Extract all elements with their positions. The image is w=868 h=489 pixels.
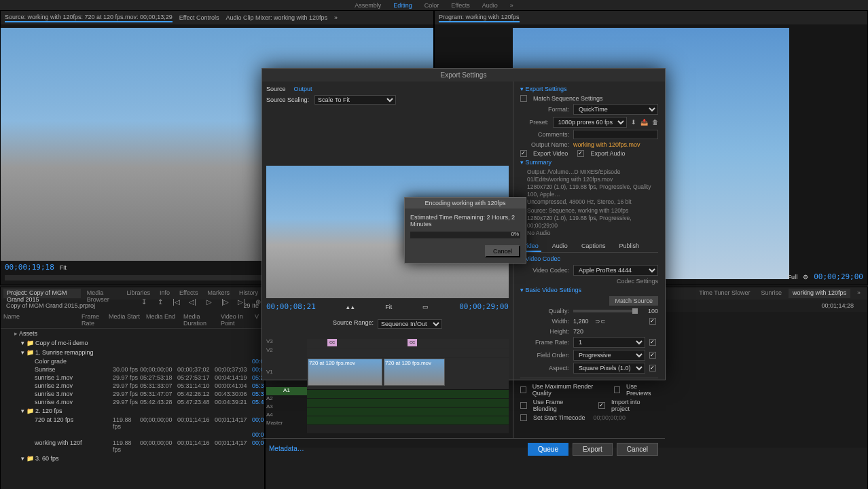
fieldorder-dropdown[interactable]: Progressive: [573, 350, 645, 361]
starttc-checkbox[interactable]: [520, 414, 527, 421]
source-in-timecode[interactable]: 00;00;19;18: [5, 263, 54, 272]
tab-working120[interactable]: working with 120fps: [789, 289, 850, 298]
program-tab[interactable]: Program: working with 120fps: [439, 14, 520, 22]
aspect-icon[interactable]: ▭: [422, 304, 429, 310]
preview-out-tc: 00;00;29;00: [459, 302, 509, 311]
queue-button[interactable]: Queue: [528, 443, 568, 456]
a2-track[interactable]: [307, 399, 509, 407]
project-tree[interactable]: AssetsCopy of mc-ii demo1. Sunrise remap…: [1, 329, 264, 489]
clip-row[interactable]: 00:00:00:0000: [1, 431, 264, 439]
fo-match-checkbox[interactable]: [649, 352, 656, 359]
mark-in-icon[interactable]: ↧: [139, 297, 149, 306]
ws-overflow-icon[interactable]: »: [510, 2, 513, 9]
audio-mixer-tab[interactable]: Audio Clip Mixer: working with 120fps: [226, 14, 328, 21]
tab-sunrise[interactable]: Sunrise: [757, 289, 786, 298]
maxquality-checkbox[interactable]: [520, 386, 526, 393]
tab-output[interactable]: Output: [294, 86, 312, 92]
clip-row[interactable]: Color grade00:00:00:0000: [1, 357, 264, 365]
clip-row[interactable]: working with 120f119.88 fps00;00;00;0000…: [1, 439, 264, 454]
clip-row[interactable]: Sunrise30.00 fps00;00;00;0000;00;37;0200…: [1, 365, 264, 374]
tab-captions[interactable]: Captions: [579, 241, 609, 252]
step-back-icon[interactable]: ◁|: [188, 297, 198, 306]
format-dropdown[interactable]: QuickTime: [573, 104, 658, 115]
preview-fit-dropdown[interactable]: Fit: [385, 304, 392, 310]
output-name-link[interactable]: working with 120fps.mov: [573, 141, 640, 148]
cc-clip[interactable]: cc: [327, 339, 337, 346]
program-fit-dropdown[interactable]: Full: [788, 274, 798, 280]
settings-icon[interactable]: ⚙: [803, 274, 808, 280]
video-codec-dropdown[interactable]: Apple ProRes 4444: [573, 265, 658, 276]
clip-row[interactable]: sunrise 4.mov29.97 fps05:42:43:2805:47:2…: [1, 398, 264, 406]
tab-audio[interactable]: Audio: [549, 241, 571, 252]
step-fwd-icon[interactable]: |▷: [221, 297, 230, 306]
tab-project[interactable]: Project: Copy of MGM Grand 2015: [3, 289, 81, 298]
blend-checkbox[interactable]: [520, 402, 527, 409]
cancel-button[interactable]: Cancel: [617, 443, 658, 456]
tab-source[interactable]: Source: [266, 86, 286, 92]
v1-clip-2[interactable]: 720 at 120 fps.mov: [384, 359, 445, 386]
summary-section[interactable]: Summary: [520, 159, 551, 166]
source-fit-dropdown[interactable]: Fit: [60, 264, 67, 271]
effect-controls-tab[interactable]: Effect Controls: [179, 14, 219, 21]
ws-audio[interactable]: Audio: [482, 2, 498, 9]
ws-color[interactable]: Color: [424, 2, 439, 9]
height-value[interactable]: 720: [573, 328, 583, 335]
delete-preset-icon[interactable]: 🗑: [652, 117, 658, 127]
source-tab[interactable]: Source: working with 120fps: 720 at 120 …: [5, 14, 173, 22]
export-video-checkbox[interactable]: [520, 150, 527, 157]
tab-timetuner[interactable]: Time Tuner Slower: [695, 289, 754, 298]
source-range-dropdown[interactable]: Sequence In/Out: [378, 319, 442, 329]
master-track[interactable]: [307, 425, 509, 433]
tab-overflow-icon[interactable]: »: [334, 14, 338, 21]
export-audio-checkbox[interactable]: [577, 150, 584, 157]
codec-settings-button[interactable]: Codec Settings: [617, 278, 658, 285]
link-dimensions-icon[interactable]: ⊃⊂: [596, 316, 605, 326]
metadata-button[interactable]: Metadata…: [269, 443, 304, 456]
tab-publish[interactable]: Publish: [616, 241, 642, 252]
export-settings-section[interactable]: Export Settings: [520, 86, 567, 92]
clip-row[interactable]: sunrise 3.mov29.97 fps05:31:47:0705:42:2…: [1, 390, 264, 398]
play-icon[interactable]: ▷: [204, 297, 214, 306]
tab-media-browser[interactable]: Media Browser: [84, 289, 121, 298]
ws-assembly[interactable]: Assembly: [355, 2, 381, 9]
match-sequence-checkbox[interactable]: [520, 95, 527, 102]
width-match-checkbox[interactable]: [649, 318, 656, 325]
preset-dropdown[interactable]: 1080p prores 60 fps: [553, 117, 627, 128]
basic-video-section[interactable]: Basic Video Settings: [520, 287, 581, 293]
ws-effects[interactable]: Effects: [451, 2, 469, 9]
a3-track[interactable]: [307, 408, 509, 416]
previews-checkbox[interactable]: [614, 386, 620, 393]
import-checkbox[interactable]: [598, 402, 605, 409]
export-button[interactable]: Export: [573, 443, 613, 456]
aspect-match-checkbox[interactable]: [649, 365, 656, 372]
import-preset-icon[interactable]: 📥: [640, 117, 648, 127]
mark-out-icon[interactable]: ↥: [156, 297, 165, 306]
clip-row[interactable]: 720 at 120 fps119.88 fps00;00;00;0000;01…: [1, 416, 264, 431]
summary-source: Source: Sequence, working with 120fps 12…: [527, 207, 658, 237]
a4-track[interactable]: [307, 416, 509, 424]
cc-clip-2[interactable]: cc: [408, 339, 417, 346]
preview-in-tc[interactable]: 00;00;08;21: [266, 302, 316, 311]
v1-clip-1[interactable]: 720 at 120 fps.mov: [308, 359, 382, 386]
go-in-icon[interactable]: |◁: [172, 297, 181, 306]
aspect-dropdown[interactable]: Square Pixels (1.0): [573, 363, 645, 374]
comments-input[interactable]: [573, 130, 658, 139]
a1-track[interactable]: [307, 390, 509, 398]
source-scaling-dropdown[interactable]: Scale To Fit: [314, 95, 396, 105]
bin-item[interactable]: Assets: [1, 329, 264, 338]
fr-match-checkbox[interactable]: [649, 339, 656, 346]
save-preset-icon[interactable]: ⬇: [631, 117, 636, 127]
encoding-cancel-button[interactable]: Cancel: [485, 245, 520, 257]
folder-item[interactable]: 2. 120 fps: [1, 406, 264, 416]
clip-row[interactable]: sunrise 1.mov29.97 fps05:27:53:1805:27:5…: [1, 374, 264, 382]
folder-item[interactable]: Copy of mc-ii demo: [1, 338, 264, 348]
framerate-dropdown[interactable]: 1: [573, 337, 645, 348]
folder-item[interactable]: 3. 60 fps: [1, 454, 264, 463]
go-out-icon[interactable]: ▷|: [237, 297, 247, 306]
width-value[interactable]: 1,280: [573, 318, 589, 325]
match-source-button[interactable]: Match Source: [609, 296, 658, 306]
ws-editing[interactable]: Editing: [393, 2, 412, 9]
tab-overflow-icon[interactable]: »: [853, 289, 865, 298]
clip-row[interactable]: sunrise 2.mov29.97 fps05:31:33:0705:31:1…: [1, 382, 264, 390]
folder-item[interactable]: 1. Sunrise remapping: [1, 348, 264, 357]
